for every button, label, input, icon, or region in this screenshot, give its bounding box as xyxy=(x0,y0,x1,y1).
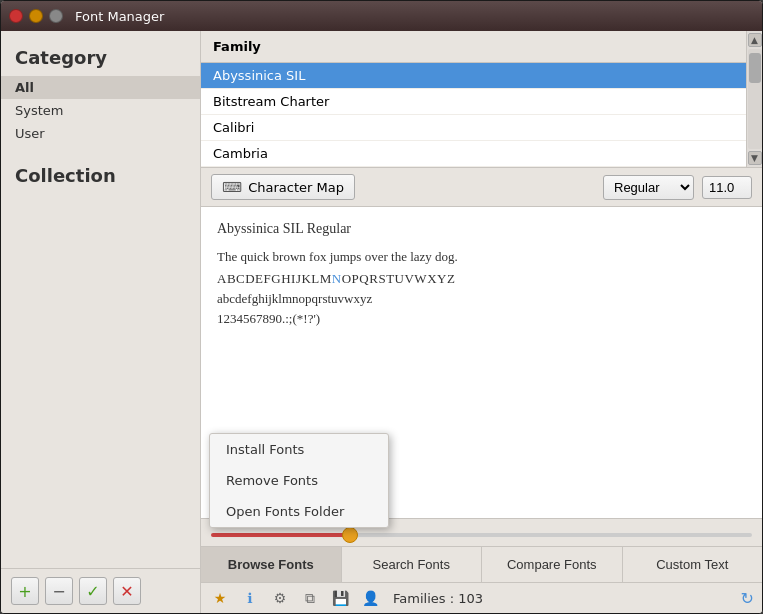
sidebar-item-all[interactable]: All xyxy=(1,76,200,99)
style-select[interactable]: Regular Bold Italic Bold Italic xyxy=(603,175,694,200)
preview-numbers: 1234567890.:;(*!?') xyxy=(217,311,746,327)
font-list-container: Family Abyssinica SIL Bitstream Charter … xyxy=(201,31,762,167)
bottom-bar: ★ ℹ ⚙ ⧉ 💾 👤 Families : 103 ↻ xyxy=(201,582,762,613)
category-title: Category xyxy=(1,31,200,76)
save-icon[interactable]: 💾 xyxy=(329,587,351,609)
preview-font-name: Abyssinica SIL Regular xyxy=(217,221,746,237)
dropdown-item-install[interactable]: Install Fonts xyxy=(210,434,388,465)
list-item[interactable]: Bitstream Charter xyxy=(201,89,746,115)
highlight-n: N xyxy=(332,271,342,286)
titlebar: Font Manager xyxy=(1,1,762,31)
tab-compare-fonts[interactable]: Compare Fonts xyxy=(482,547,623,582)
main-content: Category All System User Collection + − … xyxy=(1,31,762,613)
font-list-scrollbar[interactable]: ▲ ▼ xyxy=(746,31,762,167)
app-window: Font Manager Category All System User Co… xyxy=(0,0,763,614)
window-title: Font Manager xyxy=(75,9,164,24)
cancel-button[interactable]: ✕ xyxy=(113,577,141,605)
list-item[interactable]: Abyssinica SIL xyxy=(201,63,746,89)
star-icon[interactable]: ★ xyxy=(209,587,231,609)
add-button[interactable]: + xyxy=(11,577,39,605)
dropdown-item-open-folder[interactable]: Open Fonts Folder xyxy=(210,496,388,527)
confirm-button[interactable]: ✓ xyxy=(79,577,107,605)
right-panel: Family Abyssinica SIL Bitstream Charter … xyxy=(201,31,762,613)
minimize-button[interactable] xyxy=(29,9,43,23)
list-item[interactable]: Cambria xyxy=(201,141,746,167)
tab-browse-fonts[interactable]: Browse Fonts xyxy=(201,547,342,582)
preview-uppercase: ABCDEFGHIJKLMNOPQRSTUVWXYZ xyxy=(217,271,746,287)
collection-title: Collection xyxy=(1,145,200,194)
preview-size-slider[interactable] xyxy=(211,533,752,537)
scroll-down-arrow[interactable]: ▼ xyxy=(748,151,762,165)
font-list-header: Family xyxy=(201,31,746,63)
scroll-up-arrow[interactable]: ▲ xyxy=(748,33,762,47)
preview-lowercase: abcdefghijklmnopqrstuvwxyz xyxy=(217,291,746,307)
preview-toolbar: ⌨ Character Map Regular Bold Italic Bold… xyxy=(201,168,762,207)
user-icon[interactable]: 👤 xyxy=(359,587,381,609)
dropdown-item-remove[interactable]: Remove Fonts xyxy=(210,465,388,496)
dropdown-menu: Install Fonts Remove Fonts Open Fonts Fo… xyxy=(209,433,389,528)
copy-icon[interactable]: ⧉ xyxy=(299,587,321,609)
char-map-label: Character Map xyxy=(248,180,344,195)
gear-icon[interactable]: ⚙ xyxy=(269,587,291,609)
tab-search-fonts[interactable]: Search Fonts xyxy=(342,547,483,582)
font-list: Abyssinica SIL Bitstream Charter Calibri… xyxy=(201,63,746,167)
info-icon[interactable]: ℹ xyxy=(239,587,261,609)
category-list: All System User xyxy=(1,76,200,145)
sidebar: Category All System User Collection + − … xyxy=(1,31,201,613)
maximize-button[interactable] xyxy=(49,9,63,23)
character-map-button[interactable]: ⌨ Character Map xyxy=(211,174,355,200)
tab-custom-text[interactable]: Custom Text xyxy=(623,547,763,582)
char-map-icon: ⌨ xyxy=(222,179,242,195)
sidebar-item-system[interactable]: System xyxy=(1,99,200,122)
list-item[interactable]: Calibri xyxy=(201,115,746,141)
scroll-track xyxy=(748,49,762,149)
families-count: Families : 103 xyxy=(393,591,483,606)
scroll-thumb[interactable] xyxy=(749,53,761,83)
remove-button[interactable]: − xyxy=(45,577,73,605)
preview-pangram: The quick brown fox jumps over the lazy … xyxy=(217,249,746,265)
size-input[interactable] xyxy=(702,176,752,199)
font-list-area: Family Abyssinica SIL Bitstream Charter … xyxy=(201,31,762,168)
refresh-icon[interactable]: ↻ xyxy=(741,589,754,608)
tab-bar: Browse Fonts Search Fonts Compare Fonts … xyxy=(201,546,762,582)
sidebar-item-user[interactable]: User xyxy=(1,122,200,145)
family-column-header: Family xyxy=(213,39,261,54)
close-button[interactable] xyxy=(9,9,23,23)
font-list-inner: Family Abyssinica SIL Bitstream Charter … xyxy=(201,31,746,167)
sidebar-actions: + − ✓ ✕ xyxy=(1,568,200,613)
